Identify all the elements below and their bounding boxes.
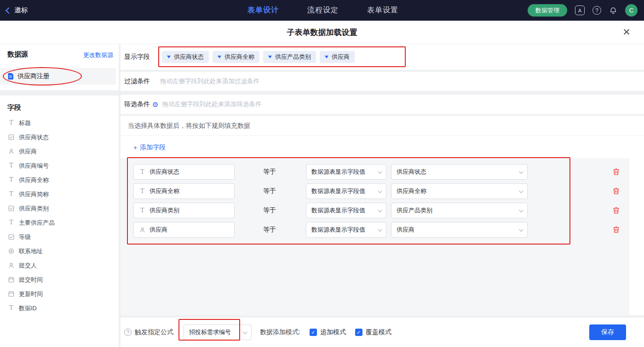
text-icon: T bbox=[8, 305, 15, 311]
change-datasource-link[interactable]: 更改数据源 bbox=[83, 51, 113, 59]
rule-value-dropdown[interactable]: 供应产品类别 bbox=[391, 203, 528, 218]
document-icon bbox=[7, 73, 14, 80]
tag-label: 供应商状态 bbox=[174, 53, 204, 61]
rule-field-label: 供应商全称 bbox=[150, 187, 179, 195]
equals-label: 等于 bbox=[263, 187, 277, 195]
help-icon[interactable]: ? bbox=[592, 6, 601, 15]
field-label: 供应商编号 bbox=[19, 162, 49, 170]
gear-icon[interactable]: ⚙ bbox=[152, 101, 158, 108]
field-item-update-time[interactable]: 更新时间 bbox=[0, 287, 119, 301]
rule-source-dropdown[interactable]: 数据源表显示字段值 bbox=[306, 203, 386, 218]
chevron-down-icon bbox=[519, 169, 523, 174]
delete-icon[interactable] bbox=[612, 168, 621, 176]
overwrite-mode-checkbox[interactable]: 覆盖模式 bbox=[355, 328, 391, 336]
rule-field-label: 供应商状态 bbox=[150, 168, 179, 176]
field-item-supplier-category[interactable]: 供应商类别 bbox=[0, 201, 119, 216]
field-item-title[interactable]: T 标题 bbox=[0, 116, 119, 130]
checkbox-checked-icon bbox=[310, 329, 317, 336]
person-icon bbox=[8, 262, 15, 268]
rule-field-box[interactable]: T 供应商状态 bbox=[133, 164, 235, 180]
field-item-main-products[interactable]: T 主要供应产品 bbox=[0, 216, 119, 230]
rule-field-box[interactable]: 供应商 bbox=[133, 222, 235, 238]
dropdown-value: 数据源表显示字段值 bbox=[311, 226, 365, 234]
data-add-mode-label: 数据添加模式: bbox=[260, 328, 300, 336]
question-icon[interactable]: ? bbox=[124, 329, 132, 336]
equals-label: 等于 bbox=[263, 226, 277, 234]
field-label: 供应商状态 bbox=[19, 133, 49, 142]
data-manage-button[interactable]: 数据管理 bbox=[528, 4, 567, 17]
rule-value-dropdown[interactable]: 供应商 bbox=[391, 222, 528, 238]
field-item-supplier-shortname[interactable]: T 供应商简称 bbox=[0, 187, 119, 201]
tab-form-design[interactable]: 表单设计 bbox=[247, 6, 279, 15]
rule-source-dropdown[interactable]: 数据源表显示字段值 bbox=[306, 183, 386, 199]
field-item-supplier-fullname[interactable]: T 供应商全称 bbox=[0, 173, 119, 187]
bell-icon[interactable] bbox=[609, 6, 617, 15]
chevron-down-icon bbox=[519, 227, 523, 232]
field-label: 供应商 bbox=[19, 148, 37, 156]
dropdown-value: 数据源表显示字段值 bbox=[311, 168, 365, 176]
filter-label: 过滤条件 bbox=[124, 77, 150, 85]
triangle-down-icon bbox=[268, 56, 272, 58]
filter-dropzone[interactable]: 过滤条件 拖动左侧字段到此处来添加过滤条件 bbox=[121, 72, 644, 91]
field-label: 更新时间 bbox=[19, 290, 43, 298]
close-icon[interactable]: ✕ bbox=[621, 27, 632, 38]
field-item-submitter[interactable]: 提交人 bbox=[0, 258, 119, 273]
sift-dropzone[interactable]: 筛选条件 ⚙ 拖动左侧字段到此处来添加筛选条件 bbox=[121, 95, 644, 114]
field-label: 供应商全称 bbox=[19, 176, 49, 184]
translate-icon[interactable]: A bbox=[575, 6, 585, 15]
delete-icon[interactable] bbox=[612, 226, 621, 234]
topbar-actions: 数据管理 A ? C bbox=[528, 0, 638, 21]
rule-field-box[interactable]: T 供应商全称 bbox=[133, 183, 235, 199]
chevron-down-icon bbox=[378, 208, 382, 212]
field-item-grade[interactable]: 等级 bbox=[0, 230, 119, 244]
triangle-down-icon bbox=[218, 56, 221, 58]
save-button[interactable]: 保存 bbox=[589, 324, 626, 340]
display-field-tag[interactable]: 供应商全称 bbox=[213, 51, 259, 63]
rule-field-label: 供应商 bbox=[150, 226, 167, 234]
display-field-tag[interactable]: 供应商 bbox=[320, 51, 355, 63]
app-root: 邀标 表单设计 流程设定 表单设置 数据管理 A ? C 子表单数据加载设置 ✕… bbox=[0, 0, 644, 347]
text-icon: T bbox=[8, 177, 15, 183]
select-icon bbox=[8, 134, 15, 140]
append-mode-checkbox[interactable]: 追加模式 bbox=[310, 328, 346, 336]
dropdown-value: 供应商 bbox=[397, 226, 414, 234]
delete-icon[interactable] bbox=[612, 187, 621, 195]
rule-source-dropdown[interactable]: 数据源表显示字段值 bbox=[306, 222, 386, 238]
text-icon: T bbox=[139, 188, 146, 194]
field-item-contact-address[interactable]: 联系地址 bbox=[0, 244, 119, 258]
rule-row: T 供应商状态 等于 数据源表显示字段值 供应商状态 bbox=[121, 164, 629, 180]
field-item-supplier[interactable]: 供应商 bbox=[0, 144, 119, 159]
select-icon bbox=[8, 234, 15, 240]
trigger-formula-label: 触发指定公式 bbox=[135, 328, 173, 336]
dropdown-value: 招投标需求编号 bbox=[189, 328, 231, 336]
sift-placeholder: 拖动左侧字段到此处来添加筛选条件 bbox=[162, 100, 261, 108]
tab-flow-settings[interactable]: 流程设定 bbox=[307, 6, 339, 15]
rule-value-dropdown[interactable]: 供应商状态 bbox=[391, 164, 528, 180]
add-field-button[interactable]: + 添加字段 bbox=[133, 143, 166, 152]
datasource-item[interactable]: 供应商注册 bbox=[0, 68, 116, 85]
rule-source-dropdown[interactable]: 数据源表显示字段值 bbox=[306, 164, 386, 180]
datasource-panel: 数据源 更改数据源 供应商注册 bbox=[0, 44, 119, 90]
modal-header: 子表单数据加载设置 ✕ bbox=[0, 21, 644, 44]
rule-row: T 供应商类别 等于 数据源表显示字段值 供应产品类别 bbox=[121, 203, 629, 218]
triangle-down-icon bbox=[325, 56, 328, 58]
display-field-tag[interactable]: 供应商状态 bbox=[162, 51, 209, 63]
display-fields-row: 显示字段 供应商状态 供应商全称 供应产品类别 供应商 bbox=[121, 44, 644, 70]
display-field-tag[interactable]: 供应产品类别 bbox=[263, 51, 316, 63]
field-item-submit-time[interactable]: 提交时间 bbox=[0, 273, 119, 287]
field-label: 提交人 bbox=[19, 262, 37, 270]
delete-icon[interactable] bbox=[612, 206, 621, 215]
field-item-supplier-no[interactable]: T 供应商编号 bbox=[0, 159, 119, 173]
back-button[interactable]: 邀标 bbox=[6, 0, 28, 21]
field-item-data-id[interactable]: T 数据ID bbox=[0, 301, 119, 315]
rules-list: T 供应商状态 等于 数据源表显示字段值 供应商状态 T 供应商全称 bbox=[121, 158, 629, 315]
trigger-formula-dropdown[interactable]: 招投标需求编号 bbox=[184, 324, 252, 340]
rule-field-box[interactable]: T 供应商类别 bbox=[133, 203, 235, 218]
avatar[interactable]: C bbox=[625, 4, 638, 17]
rule-value-dropdown[interactable]: 供应商全称 bbox=[391, 183, 528, 199]
field-item-supplier-status[interactable]: 供应商状态 bbox=[0, 130, 119, 144]
datasource-header: 数据源 bbox=[7, 50, 28, 59]
dropdown-value: 数据源表显示字段值 bbox=[311, 187, 365, 195]
tab-form-settings[interactable]: 表单设置 bbox=[367, 6, 398, 15]
back-chevron-icon bbox=[6, 7, 12, 13]
